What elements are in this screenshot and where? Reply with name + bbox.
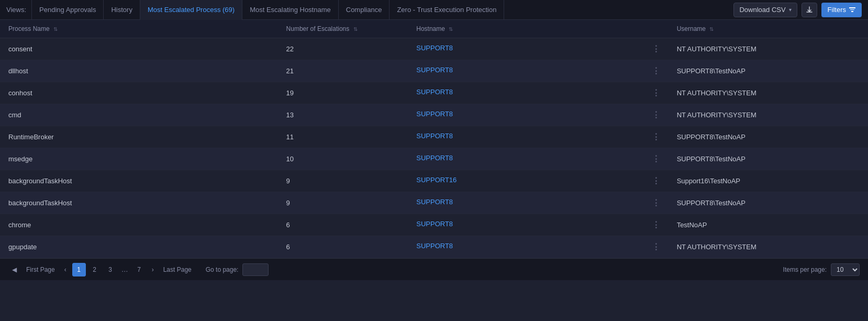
views-label: Views: (6, 6, 26, 14)
row-more-icon[interactable]: ⋮ (652, 242, 660, 252)
items-per-page-select[interactable]: 10 25 50 100 (831, 263, 860, 276)
cell-escalations: 10 (278, 148, 408, 170)
hostname-link[interactable]: SUPPORT8 (416, 66, 453, 74)
cell-hostname: SUPPORT8 ⋮ (408, 236, 668, 258)
download-arrow-icon (806, 6, 813, 14)
table-row: RuntimeBroker 11 SUPPORT8 ⋮ SUPPORT8\Tes… (0, 126, 868, 148)
top-bar-right: Download CSV ▾ Filters (733, 3, 862, 17)
cell-username: SUPPORT8\TestNoAP (669, 60, 868, 82)
nav-item-most-escalated[interactable]: Most Escalated Process (69) (140, 0, 242, 20)
first-page-button[interactable]: ◀ (8, 263, 20, 276)
table-row: gpupdate 6 SUPPORT8 ⋮ NT AUTHORITY\SYSTE… (0, 236, 868, 258)
column-header-username[interactable]: Username ⇅ (669, 20, 868, 38)
cell-username: NT AUTHORITY\SYSTEM (669, 82, 868, 104)
first-page-text-button[interactable]: First Page (23, 263, 59, 276)
hostname-link[interactable]: SUPPORT8 (416, 110, 453, 118)
cell-hostname: SUPPORT8 ⋮ (408, 214, 668, 236)
column-header-process-name[interactable]: Process Name ⇅ (0, 20, 278, 38)
cell-escalations: 22 (278, 38, 408, 60)
page-ellipsis: … (119, 265, 130, 273)
download-csv-button[interactable]: Download CSV ▾ (733, 3, 797, 17)
prev-chevron-icon: ‹ (64, 266, 66, 273)
page-2-button[interactable]: 2 (88, 263, 102, 276)
table-row: dllhost 21 SUPPORT8 ⋮ SUPPORT8\TestNoAP (0, 60, 868, 82)
page-1-button[interactable]: 1 (72, 263, 86, 276)
hostname-link[interactable]: SUPPORT8 (416, 88, 453, 96)
cell-username: NT AUTHORITY\SYSTEM (669, 104, 868, 126)
table-container: Process Name ⇅ Number of Escalations ⇅ H… (0, 20, 868, 258)
table-row: backgroundTaskHost 9 SUPPORT16 ⋮ Support… (0, 170, 868, 192)
hostname-link[interactable]: SUPPORT8 (416, 154, 453, 162)
cell-process: msedge (0, 148, 278, 170)
cell-hostname: SUPPORT8 ⋮ (408, 60, 668, 82)
hostname-link[interactable]: SUPPORT16 (416, 176, 457, 184)
table-row: backgroundTaskHost 9 SUPPORT8 ⋮ SUPPORT8… (0, 192, 868, 214)
page-7-button[interactable]: 7 (132, 263, 146, 276)
prev-arrow-button[interactable]: ‹ (61, 263, 70, 276)
pagination: ◀ First Page ‹ 1 2 3 … 7 › Last Page (8, 263, 195, 276)
nav-item-history[interactable]: History (104, 0, 140, 20)
cell-username: SUPPORT8\TestNoAP (669, 126, 868, 148)
row-more-icon[interactable]: ⋮ (652, 176, 660, 186)
hostname-link[interactable]: SUPPORT8 (416, 220, 453, 228)
next-chevron-icon: › (152, 266, 154, 273)
table-row: msedge 10 SUPPORT8 ⋮ SUPPORT8\TestNoAP (0, 148, 868, 170)
download-icon-button[interactable] (802, 3, 817, 17)
column-header-hostname[interactable]: Hostname ⇅ (408, 20, 668, 38)
cell-hostname: SUPPORT8 ⋮ (408, 126, 668, 148)
cell-process: RuntimeBroker (0, 126, 278, 148)
main-table: Process Name ⇅ Number of Escalations ⇅ H… (0, 20, 868, 258)
cell-hostname: SUPPORT8 ⋮ (408, 192, 668, 214)
row-more-icon[interactable]: ⋮ (652, 88, 660, 98)
cell-process: gpupdate (0, 236, 278, 258)
row-more-icon[interactable]: ⋮ (652, 110, 660, 120)
nav-item-pending-approvals[interactable]: Pending Approvals (31, 0, 104, 20)
filters-button[interactable]: Filters (821, 3, 862, 17)
goto-label: Go to page: (206, 266, 239, 273)
cell-escalations: 11 (278, 126, 408, 148)
nav-item-compliance[interactable]: Compliance (339, 0, 390, 20)
column-header-escalations[interactable]: Number of Escalations ⇅ (278, 20, 408, 38)
row-more-icon[interactable]: ⋮ (652, 132, 660, 142)
cell-username: SUPPORT8\TestNoAP (669, 192, 868, 214)
sort-icon-escalations: ⇅ (353, 26, 358, 32)
last-page-label: Last Page (163, 266, 192, 273)
items-per-page: Items per page: 10 25 50 100 (783, 263, 860, 276)
next-arrow-button[interactable]: › (148, 263, 158, 276)
last-page-text-button[interactable]: Last Page (160, 263, 195, 276)
hostname-link[interactable]: SUPPORT8 (416, 198, 453, 206)
download-csv-label: Download CSV (739, 6, 785, 14)
hostname-link[interactable]: SUPPORT8 (416, 44, 453, 52)
items-per-page-label: Items per page: (783, 266, 827, 273)
cell-hostname: SUPPORT8 ⋮ (408, 38, 668, 60)
cell-hostname: SUPPORT8 ⋮ (408, 104, 668, 126)
row-more-icon[interactable]: ⋮ (652, 44, 660, 54)
top-bar: Views: Pending Approvals History Most Es… (0, 0, 868, 20)
filter-icon (849, 7, 855, 12)
table-row: conhost 19 SUPPORT8 ⋮ NT AUTHORITY\SYSTE… (0, 82, 868, 104)
cell-process: backgroundTaskHost (0, 170, 278, 192)
prev-arrow-icon: ◀ (12, 266, 17, 273)
sort-icon-username: ⇅ (709, 26, 714, 32)
page-3-button[interactable]: 3 (104, 263, 117, 276)
hostname-link[interactable]: SUPPORT8 (416, 132, 453, 140)
hostname-link[interactable]: SUPPORT8 (416, 242, 453, 250)
cell-process: dllhost (0, 60, 278, 82)
nav-item-zero-trust[interactable]: Zero - Trust Execution Protection (390, 0, 504, 20)
row-more-icon[interactable]: ⋮ (652, 154, 660, 164)
goto-input[interactable] (242, 263, 269, 276)
cell-escalations: 19 (278, 82, 408, 104)
nav-item-most-escalating[interactable]: Most Escalating Hostname (242, 0, 339, 20)
table-body: consent 22 SUPPORT8 ⋮ NT AUTHORITY\SYSTE… (0, 38, 868, 258)
cell-process: chrome (0, 214, 278, 236)
cell-escalations: 6 (278, 214, 408, 236)
row-more-icon[interactable]: ⋮ (652, 66, 660, 76)
row-more-icon[interactable]: ⋮ (652, 220, 660, 230)
cell-username: NT AUTHORITY\SYSTEM (669, 236, 868, 258)
filters-label: Filters (828, 6, 846, 14)
table-row: consent 22 SUPPORT8 ⋮ NT AUTHORITY\SYSTE… (0, 38, 868, 60)
table-row: chrome 6 SUPPORT8 ⋮ TestNoAP (0, 214, 868, 236)
row-more-icon[interactable]: ⋮ (652, 198, 660, 208)
nav-items: Pending Approvals History Most Escalated… (31, 0, 733, 20)
cell-escalations: 21 (278, 60, 408, 82)
